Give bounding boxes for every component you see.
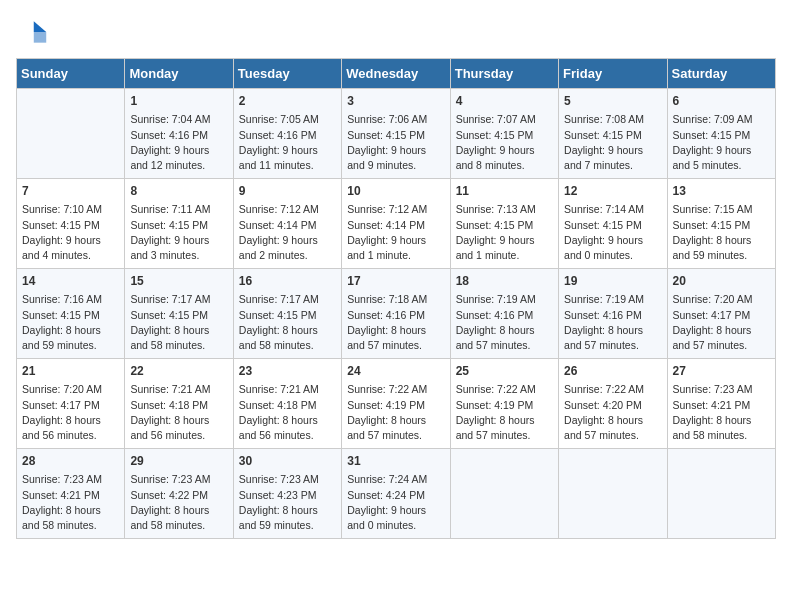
calendar-cell: 28Sunrise: 7:23 AMSunset: 4:21 PMDayligh…: [17, 449, 125, 539]
calendar-table: SundayMondayTuesdayWednesdayThursdayFrid…: [16, 58, 776, 539]
calendar-cell: 13Sunrise: 7:15 AMSunset: 4:15 PMDayligh…: [667, 179, 775, 269]
cell-content: 7Sunrise: 7:10 AMSunset: 4:15 PMDaylight…: [22, 183, 119, 263]
cell-content: 6Sunrise: 7:09 AMSunset: 4:15 PMDaylight…: [673, 93, 770, 173]
calendar-cell: 23Sunrise: 7:21 AMSunset: 4:18 PMDayligh…: [233, 359, 341, 449]
sunset-text: Sunset: 4:22 PM: [130, 488, 227, 503]
sunrise-text: Sunrise: 7:17 AM: [130, 292, 227, 307]
sunrise-text: Sunrise: 7:05 AM: [239, 112, 336, 127]
sunrise-text: Sunrise: 7:22 AM: [347, 382, 444, 397]
day-number: 18: [456, 273, 553, 290]
header-day-monday: Monday: [125, 59, 233, 89]
sunrise-text: Sunrise: 7:06 AM: [347, 112, 444, 127]
calendar-cell: 22Sunrise: 7:21 AMSunset: 4:18 PMDayligh…: [125, 359, 233, 449]
day-number: 24: [347, 363, 444, 380]
cell-content: 25Sunrise: 7:22 AMSunset: 4:19 PMDayligh…: [456, 363, 553, 443]
calendar-cell: 20Sunrise: 7:20 AMSunset: 4:17 PMDayligh…: [667, 269, 775, 359]
day-number: 15: [130, 273, 227, 290]
daylight-text: Daylight: 8 hours and 58 minutes.: [239, 323, 336, 353]
day-number: 28: [22, 453, 119, 470]
daylight-text: Daylight: 8 hours and 56 minutes.: [239, 413, 336, 443]
day-number: 20: [673, 273, 770, 290]
cell-content: 3Sunrise: 7:06 AMSunset: 4:15 PMDaylight…: [347, 93, 444, 173]
calendar-cell: 4Sunrise: 7:07 AMSunset: 4:15 PMDaylight…: [450, 89, 558, 179]
calendar-cell: 27Sunrise: 7:23 AMSunset: 4:21 PMDayligh…: [667, 359, 775, 449]
cell-content: 8Sunrise: 7:11 AMSunset: 4:15 PMDaylight…: [130, 183, 227, 263]
calendar-cell: 9Sunrise: 7:12 AMSunset: 4:14 PMDaylight…: [233, 179, 341, 269]
cell-content: 28Sunrise: 7:23 AMSunset: 4:21 PMDayligh…: [22, 453, 119, 533]
daylight-text: Daylight: 9 hours and 12 minutes.: [130, 143, 227, 173]
sunset-text: Sunset: 4:15 PM: [456, 218, 553, 233]
cell-content: 4Sunrise: 7:07 AMSunset: 4:15 PMDaylight…: [456, 93, 553, 173]
day-number: 29: [130, 453, 227, 470]
week-row-2: 7Sunrise: 7:10 AMSunset: 4:15 PMDaylight…: [17, 179, 776, 269]
daylight-text: Daylight: 9 hours and 1 minute.: [456, 233, 553, 263]
sunrise-text: Sunrise: 7:12 AM: [347, 202, 444, 217]
header-day-tuesday: Tuesday: [233, 59, 341, 89]
sunset-text: Sunset: 4:15 PM: [130, 308, 227, 323]
sunset-text: Sunset: 4:21 PM: [673, 398, 770, 413]
header-row: SundayMondayTuesdayWednesdayThursdayFrid…: [17, 59, 776, 89]
daylight-text: Daylight: 9 hours and 2 minutes.: [239, 233, 336, 263]
calendar-cell: 30Sunrise: 7:23 AMSunset: 4:23 PMDayligh…: [233, 449, 341, 539]
day-number: 10: [347, 183, 444, 200]
logo-icon: [16, 16, 48, 48]
cell-content: 27Sunrise: 7:23 AMSunset: 4:21 PMDayligh…: [673, 363, 770, 443]
sunset-text: Sunset: 4:15 PM: [239, 308, 336, 323]
calendar-cell: 21Sunrise: 7:20 AMSunset: 4:17 PMDayligh…: [17, 359, 125, 449]
daylight-text: Daylight: 9 hours and 9 minutes.: [347, 143, 444, 173]
sunrise-text: Sunrise: 7:22 AM: [564, 382, 661, 397]
daylight-text: Daylight: 8 hours and 57 minutes.: [564, 323, 661, 353]
sunrise-text: Sunrise: 7:23 AM: [22, 472, 119, 487]
sunset-text: Sunset: 4:14 PM: [239, 218, 336, 233]
daylight-text: Daylight: 8 hours and 59 minutes.: [673, 233, 770, 263]
cell-content: 19Sunrise: 7:19 AMSunset: 4:16 PMDayligh…: [564, 273, 661, 353]
daylight-text: Daylight: 8 hours and 58 minutes.: [130, 323, 227, 353]
cell-content: 21Sunrise: 7:20 AMSunset: 4:17 PMDayligh…: [22, 363, 119, 443]
logo: [16, 16, 52, 48]
cell-content: 20Sunrise: 7:20 AMSunset: 4:17 PMDayligh…: [673, 273, 770, 353]
cell-content: 11Sunrise: 7:13 AMSunset: 4:15 PMDayligh…: [456, 183, 553, 263]
daylight-text: Daylight: 8 hours and 59 minutes.: [22, 323, 119, 353]
sunset-text: Sunset: 4:21 PM: [22, 488, 119, 503]
calendar-cell: [667, 449, 775, 539]
calendar-cell: [17, 89, 125, 179]
cell-content: 1Sunrise: 7:04 AMSunset: 4:16 PMDaylight…: [130, 93, 227, 173]
calendar-cell: 10Sunrise: 7:12 AMSunset: 4:14 PMDayligh…: [342, 179, 450, 269]
daylight-text: Daylight: 8 hours and 57 minutes.: [456, 323, 553, 353]
sunrise-text: Sunrise: 7:13 AM: [456, 202, 553, 217]
sunrise-text: Sunrise: 7:09 AM: [673, 112, 770, 127]
week-row-5: 28Sunrise: 7:23 AMSunset: 4:21 PMDayligh…: [17, 449, 776, 539]
header-day-sunday: Sunday: [17, 59, 125, 89]
day-number: 31: [347, 453, 444, 470]
calendar-cell: 31Sunrise: 7:24 AMSunset: 4:24 PMDayligh…: [342, 449, 450, 539]
day-number: 13: [673, 183, 770, 200]
cell-content: 14Sunrise: 7:16 AMSunset: 4:15 PMDayligh…: [22, 273, 119, 353]
calendar-cell: 12Sunrise: 7:14 AMSunset: 4:15 PMDayligh…: [559, 179, 667, 269]
cell-content: 17Sunrise: 7:18 AMSunset: 4:16 PMDayligh…: [347, 273, 444, 353]
day-number: 19: [564, 273, 661, 290]
daylight-text: Daylight: 8 hours and 58 minutes.: [673, 413, 770, 443]
calendar-cell: 6Sunrise: 7:09 AMSunset: 4:15 PMDaylight…: [667, 89, 775, 179]
daylight-text: Daylight: 8 hours and 58 minutes.: [130, 503, 227, 533]
cell-content: 23Sunrise: 7:21 AMSunset: 4:18 PMDayligh…: [239, 363, 336, 443]
day-number: 9: [239, 183, 336, 200]
day-number: 30: [239, 453, 336, 470]
sunset-text: Sunset: 4:15 PM: [673, 218, 770, 233]
daylight-text: Daylight: 9 hours and 3 minutes.: [130, 233, 227, 263]
sunrise-text: Sunrise: 7:21 AM: [239, 382, 336, 397]
day-number: 14: [22, 273, 119, 290]
calendar-cell: 29Sunrise: 7:23 AMSunset: 4:22 PMDayligh…: [125, 449, 233, 539]
cell-content: 15Sunrise: 7:17 AMSunset: 4:15 PMDayligh…: [130, 273, 227, 353]
daylight-text: Daylight: 9 hours and 5 minutes.: [673, 143, 770, 173]
header-day-thursday: Thursday: [450, 59, 558, 89]
day-number: 26: [564, 363, 661, 380]
daylight-text: Daylight: 8 hours and 59 minutes.: [239, 503, 336, 533]
sunrise-text: Sunrise: 7:04 AM: [130, 112, 227, 127]
daylight-text: Daylight: 8 hours and 57 minutes.: [456, 413, 553, 443]
week-row-1: 1Sunrise: 7:04 AMSunset: 4:16 PMDaylight…: [17, 89, 776, 179]
calendar-cell: 17Sunrise: 7:18 AMSunset: 4:16 PMDayligh…: [342, 269, 450, 359]
day-number: 12: [564, 183, 661, 200]
sunrise-text: Sunrise: 7:23 AM: [130, 472, 227, 487]
week-row-3: 14Sunrise: 7:16 AMSunset: 4:15 PMDayligh…: [17, 269, 776, 359]
sunrise-text: Sunrise: 7:21 AM: [130, 382, 227, 397]
